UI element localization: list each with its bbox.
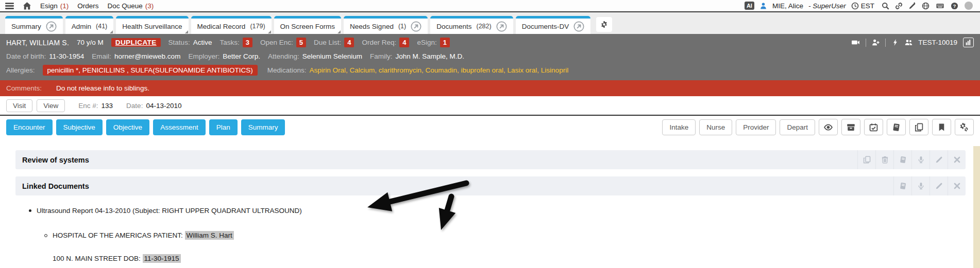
tab-health-surveillance[interactable]: Health Surveillance xyxy=(116,16,188,34)
nav-button-plan[interactable]: Plan xyxy=(209,119,238,135)
stage-button-provider[interactable]: Provider xyxy=(736,119,776,135)
section-review-of-systems: Review of systems xyxy=(15,150,966,169)
bullet-circle-icon xyxy=(44,234,47,237)
close-icon[interactable] xyxy=(948,150,966,169)
copy-icon[interactable] xyxy=(909,119,928,135)
bookmark-icon[interactable] xyxy=(932,119,951,135)
tab-on-screen-forms[interactable]: On Screen Forms xyxy=(274,16,342,34)
book-icon[interactable] xyxy=(887,119,906,135)
counter-order-req[interactable]: Order Req:4 xyxy=(362,38,409,47)
video-camera-icon[interactable] xyxy=(851,38,860,47)
counter-esign[interactable]: eSign:1 xyxy=(417,38,450,47)
nav-button-encounter[interactable]: Encounter xyxy=(6,119,53,135)
menu-item-count: (3) xyxy=(145,2,154,10)
pencil-icon[interactable] xyxy=(930,176,948,195)
side-scroll-strip[interactable] xyxy=(973,146,980,268)
book-icon[interactable] xyxy=(893,176,911,195)
demo-value: Selenium Selenium xyxy=(302,52,362,60)
popout-icon[interactable] xyxy=(573,21,584,32)
visit-button[interactable]: Visit xyxy=(6,99,32,112)
demo-label: Employer: xyxy=(188,52,219,60)
nav-button-objective[interactable]: Objective xyxy=(106,119,149,135)
stage-button-nurse[interactable]: Nurse xyxy=(699,119,732,135)
counter-badge: 1 xyxy=(440,38,450,47)
keyboard-icon[interactable] xyxy=(935,2,945,10)
nav-button-subjective[interactable]: Subjective xyxy=(56,119,103,135)
comments-bar: Comments: Do not release info to sibling… xyxy=(0,80,980,96)
patient-banner: HART, WILLIAM S. 70 y/o M DUPLICATE Stat… xyxy=(0,34,980,80)
user-icon[interactable] xyxy=(759,2,767,10)
popout-icon[interactable] xyxy=(46,21,57,32)
demo-value: Better Corp. xyxy=(223,52,260,60)
search-icon[interactable] xyxy=(882,2,889,10)
demo-value: horner@mieweb.com xyxy=(114,52,181,60)
gears-icon[interactable] xyxy=(955,119,974,135)
calendar-icon[interactable] xyxy=(864,119,883,135)
medications-label: Medications: xyxy=(267,66,307,74)
hamburger-icon[interactable] xyxy=(5,2,14,10)
view-button[interactable]: View xyxy=(37,99,65,112)
pen-icon[interactable] xyxy=(908,2,916,10)
timezone[interactable]: EST xyxy=(851,2,874,10)
document-text-prefix: HOSPITAL OF THE AMERICAS PATIENT: xyxy=(53,231,185,239)
microphone-icon[interactable] xyxy=(911,150,930,169)
stage-button-intake[interactable]: Intake xyxy=(662,119,696,135)
tab-count: (179) xyxy=(250,23,265,30)
date-value: 04-13-2010 xyxy=(146,102,181,110)
counter-badge: 4 xyxy=(399,38,409,47)
tab-documents-dv[interactable]: Documents-DV xyxy=(516,16,591,34)
chart-tabs: SummaryAdmin(41)Health SurveillanceMedic… xyxy=(5,16,590,34)
globe-icon[interactable] xyxy=(922,2,930,10)
copy-icon[interactable] xyxy=(857,150,875,169)
medications-value[interactable]: Aspirin Oral, Calcium, clarithromycin, C… xyxy=(309,66,568,74)
menu-item-doc-queue[interactable]: Doc Queue(3) xyxy=(108,2,154,10)
popout-icon[interactable] xyxy=(496,21,507,32)
stage-button-depart[interactable]: Depart xyxy=(780,119,815,135)
document-line-2: HOSPITAL OF THE AMERICAS PATIENT: Willia… xyxy=(44,231,980,239)
nav-button-assessment[interactable]: Assessment xyxy=(153,119,206,135)
svg-text:?: ? xyxy=(953,3,956,8)
tab-summary[interactable]: Summary xyxy=(5,16,63,34)
archive-icon[interactable] xyxy=(841,119,860,135)
popout-icon[interactable] xyxy=(411,21,421,32)
menu-item-esign[interactable]: Esign(1) xyxy=(40,2,69,10)
patient-name[interactable]: HART, WILLIAM S. xyxy=(6,39,69,47)
users-icon[interactable] xyxy=(905,39,913,46)
microphone-icon[interactable] xyxy=(911,176,930,195)
tab-admin[interactable]: Admin(41) xyxy=(65,16,114,34)
counter-due-list[interactable]: Due List:4 xyxy=(314,38,354,47)
trash-icon[interactable] xyxy=(875,150,893,169)
help-icon[interactable]: ? xyxy=(951,2,958,10)
chart-tab-bar: SummaryAdmin(41)Health SurveillanceMedic… xyxy=(0,12,980,34)
allergies-value[interactable]: penicillin *, PENICILLINS , SULFA(SULFON… xyxy=(43,65,258,76)
ai-badge[interactable]: AI xyxy=(745,2,754,10)
counter-open-enc[interactable]: Open Enc:5 xyxy=(260,38,306,47)
tab-count: (1) xyxy=(398,23,406,30)
pencil-icon[interactable] xyxy=(930,150,948,169)
eye-icon[interactable] xyxy=(819,119,838,135)
tab-medical-record[interactable]: Medical Record(179) xyxy=(191,16,272,34)
document-line-1[interactable]: Ultrasound Report 04-13-2010 (Subject: R… xyxy=(29,207,980,215)
tab-documents[interactable]: Documents(282) xyxy=(430,16,513,34)
home-icon[interactable] xyxy=(23,2,31,10)
tab-needs-signed[interactable]: Needs Signed(1) xyxy=(344,16,428,34)
counter-label: Order Req: xyxy=(362,39,396,46)
demo-label: Attending: xyxy=(268,52,299,60)
nav-button-summary[interactable]: Summary xyxy=(241,119,285,135)
status-indicator xyxy=(965,2,973,10)
demo-date-of-birth: Date of birth:11-30-1954 xyxy=(6,52,84,60)
person-add-icon[interactable] xyxy=(872,39,880,46)
comments-label: Comments: xyxy=(6,84,42,92)
counter-tasks[interactable]: Tasks:3 xyxy=(219,38,252,47)
status-value: Active xyxy=(193,39,212,46)
barchart-icon[interactable] xyxy=(963,38,974,47)
close-icon[interactable] xyxy=(948,176,966,195)
link-icon[interactable] xyxy=(895,2,903,10)
duplicate-flag[interactable]: DUPLICATE xyxy=(111,38,161,47)
clock-icon xyxy=(851,2,859,10)
tab-settings-gear-icon[interactable] xyxy=(596,17,612,32)
menu-item-orders[interactable]: Orders xyxy=(77,2,98,10)
counter-label: Due List: xyxy=(314,39,341,46)
bolt-icon[interactable] xyxy=(891,39,899,46)
book-icon[interactable] xyxy=(893,150,911,169)
